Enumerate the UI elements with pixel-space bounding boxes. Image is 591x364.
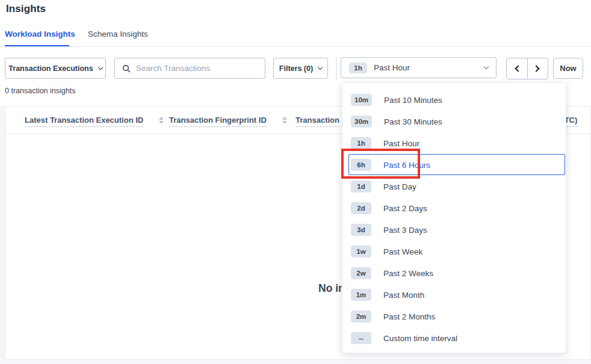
time-interval-badge: 1h [349,63,367,73]
entity-type-label: Transaction Executions [8,64,93,73]
time-range-arrows [506,58,548,79]
now-button[interactable]: Now [553,58,583,79]
filters-dropdown-button[interactable]: Filters (0) [273,58,328,79]
menu-item-past-day[interactable]: 1d Past Day [342,176,566,197]
insights-page: Insights Workload Insights Schema Insigh… [0,0,591,364]
column-header-transaction-fingerprint-id[interactable]: Transaction Fingerprint ID [169,116,287,127]
menu-item-past-3-days[interactable]: 3d Past 3 Days [342,219,566,241]
tab-schema-insights[interactable]: Schema Insights [88,29,148,39]
menu-item-past-week[interactable]: 1w Past Week [342,241,566,262]
chevron-left-icon [515,65,521,72]
time-interval-dropdown-menu: 10m Past 10 Minutes 30m Past 30 Minutes … [342,82,566,353]
search-box[interactable] [114,58,265,79]
time-interval-label: Past Hour [374,63,484,72]
menu-item-past-2-months[interactable]: 2m Past 2 Months [342,306,566,327]
entity-type-dropdown[interactable]: Transaction Executions [5,58,106,79]
menu-item-past-6-hours[interactable]: 6h Past 6 Hours [342,154,566,176]
chevron-down-icon [318,64,323,69]
tab-workload-insights[interactable]: Workload Insights [5,29,75,39]
sort-icon[interactable] [282,117,287,124]
chevron-down-icon [484,64,489,69]
menu-item-past-10-minutes[interactable]: 10m Past 10 Minutes [342,89,566,111]
menu-item-past-hour[interactable]: 1h Past Hour [342,132,566,154]
page-title: Insights [6,3,46,15]
chevron-down-icon [97,64,102,69]
previous-interval-button[interactable] [507,58,528,79]
column-header-latest-transaction-execution-id[interactable]: Latest Transaction Execution ID [25,116,164,127]
focused-item-ring [348,154,565,175]
menu-item-past-30-minutes[interactable]: 30m Past 30 Minutes [342,111,566,132]
filters-label: Filters (0) [279,64,313,73]
menu-item-custom-time-interval[interactable]: -- Custom time interval [342,327,566,349]
menu-item-past-2-weeks[interactable]: 2w Past 2 Weeks [342,262,566,284]
toolbar-divider [336,57,337,80]
menu-item-past-month[interactable]: 1m Past Month [342,284,566,306]
now-label: Now [560,64,576,73]
search-icon [122,64,131,73]
insights-count-text: 0 transaction insights [5,87,75,95]
search-input[interactable] [136,64,258,73]
sort-icon[interactable] [159,117,164,124]
menu-item-past-2-days[interactable]: 2d Past 2 Days [342,197,566,219]
time-interval-picker[interactable]: 1h Past Hour [341,57,497,78]
next-interval-button[interactable] [528,58,548,79]
tabs-divider-line [0,46,591,47]
chevron-right-icon [533,65,540,72]
